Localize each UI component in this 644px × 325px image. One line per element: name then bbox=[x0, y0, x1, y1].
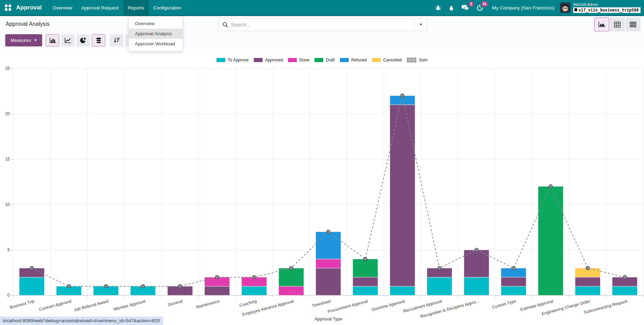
view-switcher-graph[interactable] bbox=[594, 17, 609, 31]
sort-descending-icon bbox=[114, 37, 120, 43]
bar-segment-to-approve[interactable] bbox=[427, 277, 452, 295]
sum-point[interactable] bbox=[67, 285, 70, 288]
legend-label: Done bbox=[299, 58, 309, 62]
pie-chart-button[interactable] bbox=[76, 34, 90, 46]
nav-menu-approval-request[interactable]: Approval Request bbox=[77, 0, 123, 15]
legend-item-sum[interactable]: Sum bbox=[407, 58, 427, 62]
bar-segment-draft[interactable] bbox=[538, 186, 563, 295]
bar-segment-refused[interactable] bbox=[316, 232, 341, 259]
app-root: Approval Overview Approval Request Repor… bbox=[0, 0, 644, 325]
sum-point[interactable] bbox=[623, 275, 627, 279]
sum-point[interactable] bbox=[475, 248, 478, 252]
bar-segment-approved[interactable] bbox=[575, 277, 600, 286]
apps-grid-icon[interactable] bbox=[0, 0, 16, 15]
legend-swatch bbox=[340, 58, 349, 62]
nav-menu-configuration[interactable]: Configuration bbox=[149, 0, 186, 15]
legend-item-cancelled[interactable]: Cancelled bbox=[372, 58, 402, 62]
search-icon bbox=[218, 22, 231, 28]
legend-item-to-approve[interactable]: To Approve bbox=[217, 58, 249, 62]
bar-segment-to-approve[interactable] bbox=[501, 286, 526, 295]
sum-point[interactable] bbox=[401, 94, 404, 97]
chart-type-buttons bbox=[46, 34, 139, 46]
sum-point[interactable] bbox=[141, 285, 145, 288]
y-tick-label: 10 bbox=[5, 202, 10, 207]
bar-segment-to-approve[interactable] bbox=[242, 286, 267, 295]
company-switcher[interactable]: My Company (San Francisco) bbox=[492, 5, 554, 10]
x-axis-label: Business Trip bbox=[9, 298, 35, 310]
bar-segment-done[interactable] bbox=[279, 286, 304, 295]
bar-segment-to-approve[interactable] bbox=[390, 286, 415, 295]
bar-segment-to-approve[interactable] bbox=[612, 286, 637, 295]
nav-menu-overview[interactable]: Overview bbox=[48, 0, 77, 15]
x-axis-label: Maintenance bbox=[196, 298, 220, 309]
y-tick-label: 15 bbox=[5, 157, 10, 162]
sum-point[interactable] bbox=[215, 275, 219, 279]
bar-segment-to-approve[interactable] bbox=[19, 277, 44, 295]
x-axis-label: Overtime Approval bbox=[371, 298, 406, 312]
database-badge: v17_viin_business_trip500 bbox=[573, 7, 641, 13]
dropdown-item-approver-workload[interactable]: Approver Workload bbox=[129, 39, 183, 49]
sum-point[interactable] bbox=[30, 266, 33, 270]
sum-point[interactable] bbox=[364, 257, 367, 261]
bar-segment-draft[interactable] bbox=[279, 268, 304, 286]
bar-segment-done[interactable] bbox=[316, 259, 341, 268]
user-menu[interactable]: Mitchell Admin v17_viin_business_trip500 bbox=[560, 2, 641, 13]
avatar bbox=[560, 2, 570, 13]
sum-point[interactable] bbox=[178, 285, 182, 288]
stacked-button[interactable] bbox=[92, 34, 105, 46]
pivot-grid-icon bbox=[614, 22, 621, 28]
bar-segment-approved[interactable] bbox=[353, 277, 378, 286]
legend-label: Draft bbox=[326, 58, 335, 62]
control-panel: Approval Analysis bbox=[0, 16, 644, 33]
bug-icon[interactable] bbox=[431, 0, 445, 15]
sum-point[interactable] bbox=[438, 266, 441, 270]
sum-point[interactable] bbox=[326, 230, 330, 234]
area-chart-icon bbox=[598, 21, 606, 28]
legend-label: Sum bbox=[419, 58, 427, 62]
bar-segment-to-approve[interactable] bbox=[575, 286, 600, 295]
search-input[interactable] bbox=[231, 19, 414, 31]
chevron-down-icon bbox=[419, 24, 422, 25]
view-switcher-pivot[interactable] bbox=[610, 17, 625, 31]
stacked-bar-chart[interactable]: 0510152025Business TripContract Approval… bbox=[0, 49, 644, 325]
pie-chart-icon bbox=[80, 37, 86, 44]
navbar-systray: 6 41 My Company (San Francisco) bbox=[431, 0, 644, 15]
measures-button[interactable]: Measures bbox=[5, 34, 42, 46]
nav-menu-reports[interactable]: Reports bbox=[123, 0, 149, 15]
legend-item-draft[interactable]: Draft bbox=[315, 58, 335, 62]
bar-segment-to-approve[interactable] bbox=[464, 277, 489, 295]
app-brand[interactable]: Approval bbox=[16, 4, 48, 11]
bar-segment-approved[interactable] bbox=[464, 250, 489, 277]
view-switcher-list[interactable] bbox=[626, 17, 641, 31]
bar-segment-approved[interactable] bbox=[316, 268, 341, 295]
line-chart-button[interactable] bbox=[61, 34, 75, 46]
dropdown-item-approval-analysis[interactable]: Approval Analysis bbox=[129, 29, 183, 39]
bar-segment-draft[interactable] bbox=[353, 259, 378, 277]
legend-item-refused[interactable]: Refused bbox=[340, 58, 367, 62]
legend-item-approved[interactable]: Approved bbox=[254, 58, 283, 62]
legend-swatch bbox=[315, 58, 323, 62]
bar-chart-button[interactable] bbox=[46, 34, 59, 46]
activity-clock-icon[interactable]: 41 bbox=[473, 0, 487, 15]
bar-segment-to-approve[interactable] bbox=[353, 286, 378, 295]
sum-point[interactable] bbox=[252, 275, 256, 279]
legend-item-done[interactable]: Done bbox=[288, 58, 309, 62]
y-tick-label: 0 bbox=[7, 293, 10, 298]
dropdown-item-overview[interactable]: Overview bbox=[129, 19, 183, 29]
sum-point[interactable] bbox=[104, 285, 108, 288]
bar-segment-approved[interactable] bbox=[501, 277, 526, 286]
search-dropdown-toggle[interactable] bbox=[414, 19, 427, 31]
x-axis-label: Coaching bbox=[239, 298, 257, 308]
x-axis-label: Custom Type bbox=[492, 298, 517, 310]
bar-segment-approved[interactable] bbox=[205, 286, 230, 295]
sum-point[interactable] bbox=[586, 266, 589, 270]
sum-point[interactable] bbox=[512, 266, 515, 270]
bar-segment-approved[interactable] bbox=[390, 105, 415, 286]
bar-chart-icon bbox=[49, 37, 56, 44]
stacked-icon bbox=[96, 37, 102, 44]
sum-point[interactable] bbox=[549, 185, 552, 188]
sum-point[interactable] bbox=[289, 266, 293, 270]
droplet-icon[interactable] bbox=[445, 0, 458, 15]
chat-icon[interactable]: 6 bbox=[458, 0, 473, 15]
sort-descending-button[interactable] bbox=[110, 34, 123, 46]
